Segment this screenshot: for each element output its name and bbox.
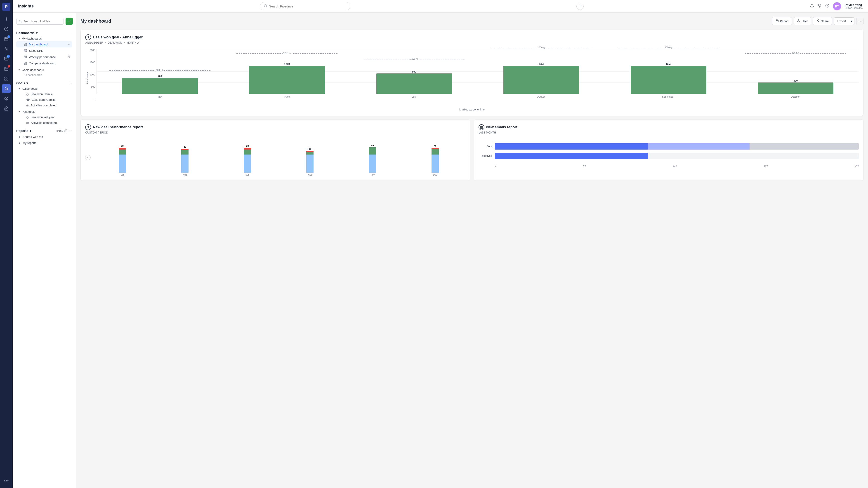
svg-rect-27 — [24, 62, 25, 63]
my-dashboards-group[interactable]: ▼ My dashboards — [16, 36, 72, 41]
search-input[interactable] — [269, 4, 346, 8]
dashboards-title[interactable]: Dashboards ▾ — [16, 31, 37, 35]
more-options-button[interactable]: ··· — [856, 18, 864, 25]
svg-rect-16 — [26, 44, 26, 45]
bar-fill-october — [758, 83, 833, 94]
deals-won-card: $ Deals won goal - Anna Egger ANNA EGGER… — [81, 30, 864, 116]
nav-insights-icon[interactable] — [2, 84, 11, 93]
user-info: Phyllis Yang Silicon Links Inc — [845, 3, 863, 9]
stacked-bars: 39 37 — [88, 139, 465, 173]
search-icon — [264, 4, 268, 8]
bar-label-may: 700 — [158, 75, 162, 77]
bar-may: 1000 ◎ 700 — [97, 49, 223, 94]
dashboards-more-icon[interactable]: ··· — [69, 31, 72, 35]
svg-rect-13 — [24, 43, 25, 44]
share-button[interactable]: Share — [813, 17, 832, 25]
reports-more-icon[interactable]: ··· — [69, 129, 72, 133]
emails-report-card: ▦ New emails report LAST MONTH Sent — [474, 120, 864, 181]
hbar-track-received — [495, 153, 859, 159]
chart-prev-button[interactable]: ‹ — [85, 155, 91, 160]
goal-deal-won-last-year[interactable]: ◎ Deal won last year — [16, 114, 72, 120]
avatar[interactable]: PY — [833, 2, 841, 10]
svg-rect-2 — [5, 37, 8, 41]
sidebar-item-my-dashboard[interactable]: My dashboard — [16, 41, 72, 47]
stacked-bar-nov: 40 — [342, 139, 403, 173]
export-dropdown-button[interactable]: ▾ — [849, 18, 855, 25]
nav-activities-icon[interactable]: · — [2, 34, 11, 43]
dashboard-header: My dashboard Period User — [81, 17, 864, 25]
svg-rect-31 — [776, 20, 778, 22]
bar-fill-may — [122, 78, 198, 94]
goals-header: Goals ▾ ··· — [16, 81, 72, 85]
bar-october: 1750 ◎ 500 — [733, 49, 859, 94]
rail-more-icon[interactable]: ••• — [2, 477, 10, 485]
app-title: Insights — [18, 4, 34, 8]
bar-fill-july — [376, 73, 452, 94]
user-button[interactable]: User — [794, 17, 811, 25]
nav-calendar-icon[interactable]: 1 — [2, 64, 11, 73]
sidebar-item-my-reports[interactable]: ▶ My reports — [13, 140, 76, 146]
dashboard-icon — [24, 55, 27, 59]
nav-marketplace-icon[interactable] — [2, 104, 11, 113]
global-search[interactable] — [260, 2, 350, 10]
add-button[interactable]: + — [577, 3, 584, 10]
goal-deal-won-camile[interactable]: ◎ Deal won Camile — [16, 91, 72, 97]
dashboard-icon — [24, 42, 27, 46]
reports-section-header: Reports ▾ 5/150 i ··· — [13, 127, 76, 134]
app-logo[interactable]: P — [2, 3, 10, 11]
info-icon: i — [64, 129, 67, 132]
emails-report-title: ▦ New emails report — [478, 124, 859, 130]
export-button[interactable]: Export — [834, 18, 849, 25]
sidebar-item-sales-kpis[interactable]: Sales KPIs — [16, 47, 72, 54]
nav-products-icon[interactable] — [2, 94, 11, 103]
insights-search-input[interactable] — [23, 20, 61, 23]
content-sidebar: + Dashboards ▾ ··· ▼ My dashboards — [13, 13, 76, 488]
sidebar-item-shared-with-me[interactable]: ▶ Shared with me — [13, 134, 76, 140]
svg-rect-29 — [24, 64, 25, 64]
stacked-x-labels: Jul Aug Sep Oct Nov Dec — [88, 173, 465, 176]
goals-more-icon[interactable]: ··· — [69, 81, 72, 85]
sidebar-item-weekly-performance[interactable]: Weekly performance — [16, 54, 72, 60]
sidebar-item-company-dashboard[interactable]: Company dashboard — [16, 60, 72, 66]
target-line-october: 1750 ◎ — [745, 53, 846, 55]
svg-rect-5 — [5, 77, 6, 78]
svg-point-9 — [264, 4, 267, 7]
svg-point-35 — [818, 21, 819, 22]
stacked-bar-jul: 39 — [92, 139, 153, 173]
help-icon[interactable] — [825, 4, 829, 9]
hbar-row-sent: Sent — [478, 143, 859, 150]
nav-deals-icon[interactable] — [2, 24, 11, 33]
goal-activities-completed-past[interactable]: ▦ Activities completed — [16, 120, 72, 126]
nav-home-icon[interactable] — [2, 14, 11, 24]
chevron-down-icon: ▾ — [36, 31, 37, 35]
dashboard-content: My dashboard Period User — [76, 13, 868, 488]
upload-icon[interactable] — [810, 4, 814, 9]
insights-search[interactable] — [16, 18, 64, 25]
bar-fill-june — [249, 66, 325, 94]
period-button[interactable]: Period — [772, 17, 792, 25]
sidebar-add-button[interactable]: + — [66, 18, 73, 25]
target-line-august: 2000 ◎ — [491, 48, 592, 49]
svg-rect-30 — [26, 64, 26, 64]
x-axis-labels: May June July August September October — [96, 94, 859, 98]
goals-dashboard-group[interactable]: ▼ Goals dashboard — [16, 67, 72, 72]
reports-title[interactable]: Reports ▾ — [16, 129, 31, 133]
bar-june: 1750 ◎ 1250 — [224, 49, 350, 94]
nav-reports-icon[interactable] — [2, 74, 11, 83]
nav-leads-icon[interactable] — [2, 44, 11, 53]
svg-rect-4 — [5, 67, 8, 70]
past-goals-group[interactable]: ▼ Past goals — [16, 109, 72, 114]
bar-label-june: 1250 — [284, 63, 290, 65]
goal-activities-completed[interactable]: ⊙ Activities completed — [16, 103, 72, 108]
active-goals-group[interactable]: ▼ Active goals — [16, 86, 72, 91]
svg-rect-25 — [26, 57, 26, 58]
svg-rect-20 — [24, 51, 25, 52]
svg-point-32 — [798, 20, 799, 21]
bulb-icon[interactable] — [817, 4, 822, 9]
nav-mail-icon[interactable]: 27 — [2, 54, 11, 63]
goals-title[interactable]: Goals ▾ — [16, 81, 28, 85]
deal-performance-subtitle: CUSTOM PERIOD — [85, 131, 465, 134]
goal-calls-done-camile[interactable]: ☎ Calls done Camile — [16, 97, 72, 103]
dollar-icon-2: $ — [85, 124, 91, 130]
stacked-bar-aug: 37 — [155, 139, 215, 173]
